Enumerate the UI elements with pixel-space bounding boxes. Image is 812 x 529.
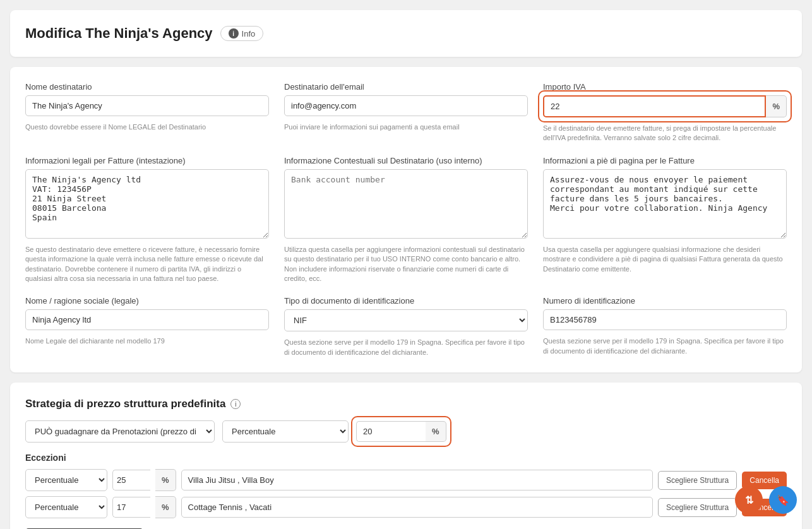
tipo-doc-hint: Questa sezione serve per il modello 179 … (284, 338, 528, 357)
info-icon: i (229, 28, 239, 39)
pricing-suffix: % (426, 421, 446, 442)
eccezione-2-value-input[interactable] (112, 497, 150, 518)
nome-ragione-hint: Nome Legale del dichiarante nel modello … (25, 336, 269, 346)
email-input[interactable] (284, 95, 528, 116)
page-title: Modifica The Ninja's Agency (25, 25, 213, 42)
pricing-strategy-row: PUÒ guadagnare da Prenotazioni (prezzo d… (25, 420, 787, 443)
eccezione-1-type-select[interactable]: Percentuale Fisso (25, 469, 107, 491)
tipo-doc-label: Tipo di documento di identificazione (284, 296, 528, 306)
eccezioni-label: Eccezioni (25, 453, 787, 463)
eccezione-row-1: Percentuale Fisso % Villa Jiu Jitsu , Vi… (25, 469, 787, 491)
legale-group: Informazioni legali per Fatture (intesta… (25, 156, 269, 284)
fab-area: ⇅ 🔖 (735, 486, 797, 514)
contestuale-label: Informazione Contestuali sul Destinatari… (284, 156, 528, 165)
info-button[interactable]: i Info (220, 26, 264, 41)
footer-label: Informazioni a piè di pagina per le Fatt… (543, 156, 787, 165)
footer-textarea[interactable]: Assurez-vous de nous envoyer le paiement… (543, 169, 787, 239)
eccezione-row-2: Percentuale Fisso % Cottage Tennis , Vac… (25, 496, 787, 518)
iva-container: % (543, 95, 787, 117)
iva-group: Importo IVA % Se il destinatario deve em… (543, 82, 787, 143)
numero-id-label: Numero di identificazione (543, 296, 787, 306)
strategy-select-wrapper: PUÒ guadagnare da Prenotazioni (prezzo d… (25, 420, 215, 443)
eccezione-2-type-select[interactable]: Percentuale Fisso (25, 496, 107, 518)
numero-id-group: Numero di identificazione Questa sezione… (543, 296, 787, 357)
legale-label: Informazioni legali per Fatture (intesta… (25, 156, 269, 165)
iva-label: Importo IVA (543, 82, 787, 92)
iva-suffix: % (766, 95, 787, 117)
header-card: Modifica The Ninja's Agency i Info (10, 10, 802, 57)
footer-hint: Usa questa casella per aggiungere qualsi… (543, 245, 787, 274)
iva-input[interactable] (543, 95, 766, 117)
nome-label: Nome destinatario (25, 82, 269, 92)
contestuale-group: Informazione Contestuali sul Destinatari… (284, 156, 528, 284)
legale-textarea[interactable]: The Ninja's Agency ltd VAT: 123456P 21 N… (25, 169, 269, 239)
contestuale-hint: Utilizza questa casella per aggiungere i… (284, 245, 528, 284)
info-button-label: Info (242, 29, 256, 39)
eccezione-1-villa: Villa Jiu Jitsu , Villa Boy (181, 470, 653, 490)
eccezione-2-suffix: % (155, 496, 176, 518)
main-form-card: Nome destinatario Questo dovrebbe essere… (10, 67, 802, 372)
legale-hint: Se questo destinatario deve emettere o r… (25, 245, 269, 284)
type-select-wrapper: Percentuale Fisso (222, 420, 349, 443)
form-grid: Nome destinatario Questo dovrebbe essere… (25, 82, 787, 357)
tipo-doc-select[interactable]: NIF CIF Passport Other (284, 309, 528, 331)
pricing-amount-wrapper: % (356, 421, 446, 442)
pricing-amount-input[interactable] (356, 421, 426, 442)
eccezione-2-scegliere-button[interactable]: Scegliere Struttura (658, 498, 737, 517)
iva-hint: Se il destinatario deve emettere fatture… (543, 124, 787, 143)
eccezione-1-value-input[interactable] (112, 470, 150, 490)
page-header: Modifica The Ninja's Agency i Info (25, 25, 787, 42)
tipo-doc-group: Tipo di documento di identificazione NIF… (284, 296, 528, 357)
numero-id-hint: Questa sezione serve per il modello 179 … (543, 336, 787, 356)
email-hint: Puoi inviare le informazioni sui pagamen… (284, 122, 528, 132)
nome-ragione-group: Nome / ragione sociale (legale) Nome Leg… (25, 296, 269, 357)
strategy-select[interactable]: PUÒ guadagnare da Prenotazioni (prezzo d… (25, 420, 215, 443)
eccezione-2-villa: Cottage Tennis , Vacati (181, 497, 653, 518)
email-label: Destinatario dell'email (284, 82, 528, 92)
pricing-title-text: Strategia di prezzo struttura predefinit… (25, 398, 225, 410)
numero-id-input[interactable] (543, 309, 787, 330)
type-select[interactable]: Percentuale Fisso (222, 420, 349, 443)
contestuale-textarea[interactable] (284, 169, 528, 239)
pricing-card: Strategia di prezzo struttura predefinit… (10, 383, 802, 529)
footer-group: Informazioni a piè di pagina per le Fatt… (543, 156, 787, 284)
email-group: Destinatario dell'email Puoi inviare le … (284, 82, 528, 143)
eccezione-1-suffix: % (155, 469, 176, 491)
nome-ragione-label: Nome / ragione sociale (legale) (25, 296, 269, 306)
nome-group: Nome destinatario Questo dovrebbe essere… (25, 82, 269, 143)
pricing-title: Strategia di prezzo struttura predefinit… (25, 398, 787, 410)
nome-input[interactable] (25, 95, 269, 116)
nome-hint: Questo dovrebbe essere il Nome LEGALE de… (25, 122, 269, 132)
fab-sort-button[interactable]: ⇅ (735, 486, 763, 514)
pricing-info-icon[interactable]: i (230, 399, 241, 409)
eccezione-1-scegliere-button[interactable]: Scegliere Struttura (658, 471, 737, 490)
iva-input-wrapper: % (543, 95, 787, 117)
nome-ragione-input[interactable] (25, 309, 269, 330)
fab-bookmark-button[interactable]: 🔖 (769, 486, 797, 514)
